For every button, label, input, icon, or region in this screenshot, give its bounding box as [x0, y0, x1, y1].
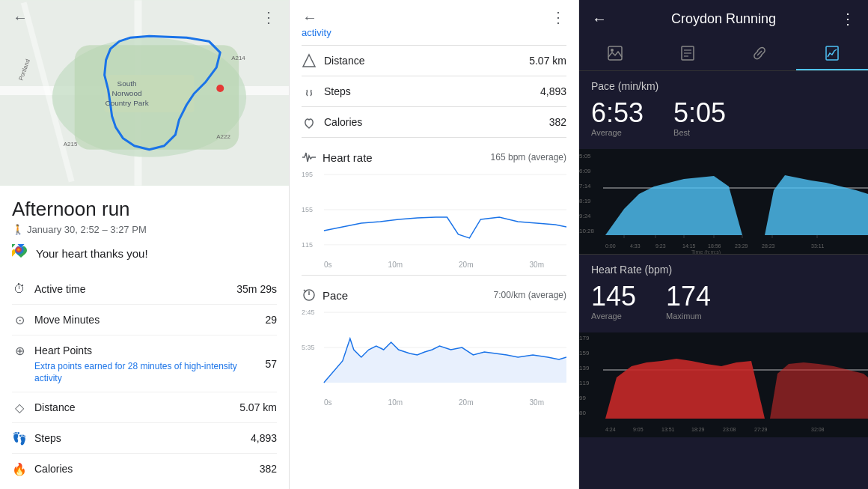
panel1-activity: South Norwood Country Park Portland A214…: [0, 0, 290, 489]
tab-stats[interactable]: [796, 37, 869, 70]
tab-link[interactable]: [724, 37, 796, 70]
heart-rate-chart: 195 155 115: [302, 171, 566, 261]
hr-avg-label: Average: [591, 312, 622, 321]
panel2-back-button[interactable]: ←: [302, 9, 318, 25]
svg-point-31: [611, 49, 614, 52]
pace-dark-chart: 5:05 6:09 7:14 8:19 9:24 10:28 0:00 4:33…: [579, 149, 868, 254]
calories-chart-icon: [302, 115, 317, 130]
panel3-back-button[interactable]: ←: [591, 10, 608, 27]
pace-avg-value: 6:53: [591, 100, 644, 127]
move-minutes-label: Move Minutes: [34, 314, 100, 326]
distance-label: Distance: [34, 401, 75, 413]
heart-points-row: ⊕ Heart Points Extra points earned for 2…: [12, 335, 277, 392]
pace-chart-title: Pace: [323, 289, 348, 302]
clock-icon: ⏱: [12, 282, 27, 297]
steps-icon: 👣: [12, 431, 27, 446]
pace-chart-section: Pace (min/km) 6:53 Average 5:05 Best: [579, 71, 868, 149]
steps-row: 👣 Steps 4,893: [12, 423, 277, 454]
svg-text:13:51: 13:51: [661, 427, 675, 432]
svg-text:10:28: 10:28: [579, 228, 595, 234]
svg-text:A214: A214: [231, 55, 245, 61]
back-button[interactable]: ←: [12, 9, 28, 25]
heart-icon: [12, 244, 30, 262]
hr-x-3: 30m: [530, 261, 544, 269]
pace-stats: 6:53 Average 5:05 Best: [591, 100, 856, 137]
svg-text:159: 159: [579, 350, 590, 356]
svg-text:Norwood: Norwood: [112, 89, 142, 97]
map-area: South Norwood Country Park Portland A214…: [0, 0, 289, 186]
svg-text:Country Park: Country Park: [105, 99, 148, 107]
pace-average: 6:53 Average: [591, 100, 644, 137]
calories-row: 🔥 Calories 382: [12, 454, 277, 484]
move-minutes-row: ⊙ Move Minutes 29: [12, 305, 277, 335]
svg-line-23: [304, 290, 306, 292]
svg-text:119: 119: [579, 380, 590, 386]
svg-text:23:08: 23:08: [723, 427, 736, 432]
pace-best-value: 5:05: [673, 100, 726, 127]
pace-icon: [302, 288, 317, 303]
svg-text:A215: A215: [64, 141, 78, 148]
pace-avg-label: Average: [591, 128, 622, 137]
tab-doc[interactable]: [652, 37, 724, 70]
calories-icon: 🔥: [12, 461, 27, 476]
svg-text:32:08: 32:08: [811, 427, 825, 432]
panel3-more-button[interactable]: ⋮: [840, 10, 856, 27]
svg-rect-36: [826, 46, 838, 60]
heart-points-extra: Extra points earned for 28 minutes of hi…: [12, 361, 265, 384]
distance-value: 5.07 km: [239, 401, 277, 413]
active-time-label: Active time: [34, 283, 85, 295]
hr-section: Heart Rate (bpm) 145 Average 174 Maximum: [579, 255, 868, 332]
steps-icon: [302, 84, 317, 99]
pace-chart-subtitle: 7:00/km (average): [494, 290, 566, 300]
doc-tab-icon: [679, 45, 696, 61]
active-time-row: ⏱ Active time 35m 29s: [12, 274, 277, 305]
heart-rate-icon: [302, 150, 317, 165]
more-button[interactable]: ⋮: [260, 9, 277, 25]
hr-max-value: 174: [666, 283, 711, 310]
svg-text:7:14: 7:14: [579, 183, 591, 189]
pace-x-3: 30m: [530, 398, 544, 407]
hr-chart-title: Heart rate: [323, 151, 373, 164]
distance-row: ◇ Distance 5.07 km: [12, 392, 277, 423]
panel1-toolbar: ← ⋮: [0, 0, 289, 34]
stats-tab-icon: [824, 45, 840, 61]
svg-text:5:35: 5:35: [302, 344, 314, 351]
svg-text:28:23: 28:23: [762, 243, 775, 249]
p2-distance-label: Distance: [324, 55, 364, 67]
svg-text:179: 179: [579, 335, 590, 341]
svg-text:99: 99: [579, 395, 586, 401]
location-icon: ◇: [12, 400, 27, 415]
p2-distance-value: 5.07 km: [529, 55, 566, 67]
svg-text:18:56: 18:56: [708, 243, 721, 249]
hr-average: 145 Average: [591, 283, 636, 321]
activity-title: Afternoon run: [12, 198, 277, 221]
panel3-tabs: [579, 37, 868, 71]
active-time-value: 35m 29s: [236, 283, 277, 295]
panel2-more-button[interactable]: ⋮: [550, 9, 566, 25]
panel2-top-link[interactable]: activity: [302, 27, 331, 38]
svg-text:33:11: 33:11: [811, 243, 825, 249]
svg-marker-15: [303, 55, 315, 67]
hr-maximum: 174 Maximum: [666, 283, 711, 321]
heart-thanks-text: Your heart thanks you!: [36, 247, 148, 260]
svg-text:9:23: 9:23: [655, 243, 666, 249]
pace-chart: 2:45 5:35: [302, 309, 566, 398]
svg-text:115: 115: [302, 241, 313, 249]
hr-x-1: 10m: [388, 261, 403, 269]
pace-x-0: 0s: [324, 398, 332, 407]
tab-chart[interactable]: [579, 37, 652, 70]
p2-calories-label: Calories: [324, 116, 362, 128]
svg-text:5:05: 5:05: [579, 153, 591, 160]
steps-value: 4,893: [251, 432, 277, 444]
svg-text:4:33: 4:33: [630, 243, 641, 249]
svg-text:South: South: [117, 79, 137, 88]
p2-steps-label: Steps: [324, 85, 351, 97]
pace-section: Pace 7:00/km (average) 2:45 5:35 0s 10m …: [290, 276, 578, 413]
pace-section-title: Pace (min/km): [591, 80, 856, 92]
svg-text:8:19: 8:19: [579, 198, 591, 204]
hr-section-title: Heart Rate (bpm): [591, 264, 856, 276]
hr-x-0: 0s: [324, 261, 332, 269]
svg-point-10: [216, 85, 224, 92]
pace-best: 5:05 Best: [673, 100, 726, 137]
distance-icon: [302, 53, 317, 68]
